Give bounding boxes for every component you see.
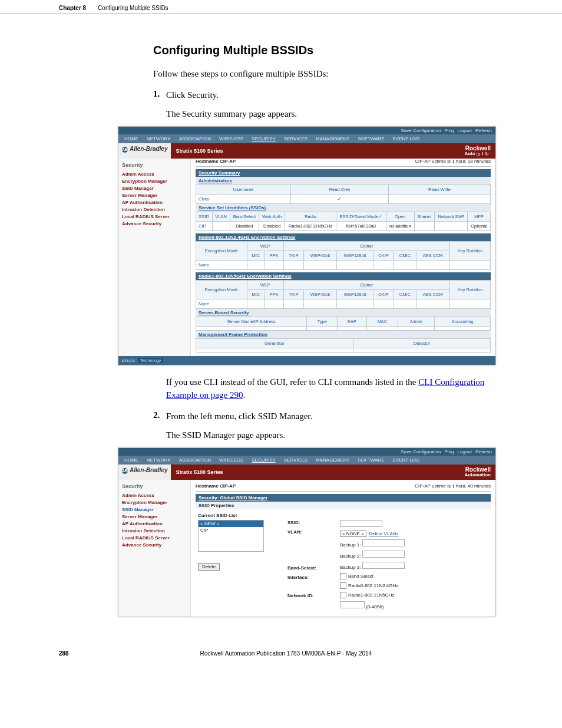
backup1-input[interactable] <box>362 539 405 546</box>
ssids-link[interactable]: Service Set Identifiers (SSIDs) <box>196 204 491 212</box>
ssid-col-7: Shared <box>414 212 435 222</box>
ss1-topbar: Save Configuration Ping Logout Refresh <box>118 127 495 134</box>
nav-wireless[interactable]: WIRELESS <box>219 136 243 141</box>
backup1-label: Backup 1: <box>340 542 361 548</box>
ping-link[interactable]: Ping <box>445 449 454 454</box>
administrators-link[interactable]: Administrators <box>196 177 491 185</box>
security-summary-bar: Security Summary <box>196 169 491 177</box>
nav-management[interactable]: MANAGEMENT <box>316 457 349 463</box>
nav-wireless[interactable]: WIRELESS <box>219 457 243 463</box>
left-admin-access[interactable]: Admin Access <box>122 172 187 177</box>
vlan-field-label: VLAN: <box>287 529 302 535</box>
left-encryption-manager[interactable]: Encryption Manager <box>122 179 187 184</box>
ss1-right-pane: lp↻ Hostname CIP-AP CIP-AP uptime is 1 h… <box>191 159 495 356</box>
radio1-checkbox[interactable] <box>340 592 346 598</box>
radio1-label: Radio1-802.11N5GHz <box>348 592 395 598</box>
ss1-navbar: HOME NETWORK ASSOCIATION WIRELESS SECURI… <box>118 134 495 143</box>
step-2-number: 2. <box>153 410 166 423</box>
refresh-icon[interactable]: ↻ <box>483 151 491 157</box>
series-title: Stratix 5100 Series <box>176 469 223 475</box>
nav-software[interactable]: SOFTWARE <box>358 136 384 141</box>
left-server-manager[interactable]: Server Manager <box>122 514 187 519</box>
nav-services[interactable]: SERVICES <box>284 457 308 463</box>
step-1-number: 1. <box>153 89 166 102</box>
vlan-select[interactable]: < NONE > <box>340 531 366 537</box>
left-local-radius[interactable]: Local RADIUS Server <box>122 214 187 219</box>
mfp-link[interactable]: Management Frame Protection <box>196 331 491 338</box>
nav-eventlog[interactable]: EVENT LOG <box>392 136 419 141</box>
left-ssid-manager[interactable]: SSID Manager <box>122 186 187 191</box>
radio0-checkbox[interactable] <box>340 582 346 589</box>
left-advance-security[interactable]: Advance Security <box>122 542 187 548</box>
left-local-radius[interactable]: Local RADIUS Server <box>122 535 187 541</box>
nav-home[interactable]: HOME <box>124 136 138 141</box>
networkid-input[interactable] <box>340 601 365 608</box>
refresh-link[interactable]: Refresh <box>475 128 492 133</box>
nav-association[interactable]: ASSOCIATION <box>179 457 211 463</box>
backup2-label: Backup 2: <box>340 554 361 559</box>
admin-readonly-check: ✓ <box>291 195 389 204</box>
page-header: Chapter 8 Configuring Multiple SSIDs <box>0 0 562 14</box>
nav-home[interactable]: HOME <box>124 457 138 463</box>
backup2-input[interactable] <box>362 551 405 558</box>
backup3-input[interactable] <box>362 562 405 569</box>
rockwell-logo: RockwellAutomation <box>465 467 491 477</box>
nav-network[interactable]: NETWORK <box>147 457 171 463</box>
nav-association[interactable]: ASSOCIATION <box>179 136 211 141</box>
bandselect-checkbox[interactable] <box>340 573 346 579</box>
left-server-manager[interactable]: Server Manager <box>122 193 187 198</box>
delete-button[interactable]: Delete <box>198 563 220 571</box>
allen-bradley-logo: ABAllen-Bradley <box>118 143 171 159</box>
logout-link[interactable]: Logout <box>458 449 472 454</box>
nav-services[interactable]: SERVICES <box>284 136 308 141</box>
nav-software[interactable]: SOFTWARE <box>358 457 384 463</box>
ssid-col-9: MFP <box>468 212 491 222</box>
ping-link[interactable]: Ping <box>445 128 454 133</box>
left-category: Security <box>122 483 187 489</box>
col-readonly: Read-Only <box>291 185 389 195</box>
left-advance-security[interactable]: Advance Security <box>122 221 187 226</box>
cisco-footer: cisco Technology <box>118 356 495 365</box>
nav-eventlog[interactable]: EVENT LOG <box>392 457 419 463</box>
save-config-link[interactable]: Save Configuration <box>401 449 441 454</box>
server-security-link[interactable]: Server-Based Security <box>196 309 491 317</box>
ssid-field-label: SSID: <box>287 520 300 525</box>
radio0-enc-bar[interactable]: Radio0-802.11N2.4GHz Encryption Settings <box>196 233 491 241</box>
radio1-enc-bar[interactable]: Radio1-802.11N5GHz Encryption Settings <box>196 272 491 280</box>
left-ssid-manager[interactable]: SSID Manager <box>122 507 187 512</box>
ss2-right-pane: Hostname CIP-AP CIP-AP uptime is 1 hour,… <box>191 480 495 617</box>
save-config-link[interactable]: Save Configuration <box>401 128 441 133</box>
logout-link[interactable]: Logout <box>458 128 472 133</box>
ssid-col-2: BandSelect <box>230 212 259 222</box>
ssid-input[interactable] <box>340 520 382 527</box>
left-encryption-manager[interactable]: Encryption Manager <box>122 500 187 505</box>
chapter-title: Configuring Multiple SSIDs <box>98 5 168 11</box>
step-2-text: From the left menu, click SSID Manager. <box>166 410 312 423</box>
uptime-1: CIP-AP uptime is 1 hour, 18 minutes <box>415 159 491 164</box>
ssid-listbox[interactable]: < NEW > CIP <box>198 520 264 552</box>
table-row: Cisco ✓ <box>196 195 491 204</box>
ssid-col-8: Network EAP <box>435 212 468 222</box>
define-vlans-link[interactable]: Define VLANs <box>369 531 398 536</box>
left-intrusion-detection[interactable]: Intrusion Detection <box>122 207 187 212</box>
nav-network[interactable]: NETWORK <box>147 136 171 141</box>
cli-note: If you use CLI instead of the GUI, refer… <box>166 376 503 402</box>
chapter-label: Chapter 8 <box>59 5 86 11</box>
server-table: Server Name/IP Address Type EAP MAC Admi… <box>196 317 491 331</box>
left-intrusion-detection[interactable]: Intrusion Detection <box>122 528 187 533</box>
left-ap-authentication[interactable]: AP Authentication <box>122 521 187 526</box>
nav-management[interactable]: MANAGEMENT <box>316 136 349 141</box>
section-heading: Configuring Multiple BSSIDs <box>153 44 503 57</box>
ssid-properties-bar: SSID Properties <box>196 502 491 509</box>
print-icon[interactable]: lp <box>475 151 482 157</box>
ssid-table: SSID VLAN BandSelect Web-Auth Radio BSSI… <box>196 212 491 231</box>
left-admin-access[interactable]: Admin Access <box>122 493 187 498</box>
refresh-link[interactable]: Refresh <box>475 449 492 454</box>
current-ssid-list-label: Current SSID List <box>198 513 488 518</box>
nav-security[interactable]: SECURITY <box>252 457 275 463</box>
ssid-cip-option[interactable]: CIP <box>199 527 263 533</box>
nav-security[interactable]: SECURITY <box>252 136 275 141</box>
left-ap-authentication[interactable]: AP Authentication <box>122 200 187 205</box>
ssid-new-option[interactable]: < NEW > <box>199 521 263 527</box>
hostname-label: Hostname CIP-AP <box>196 483 236 489</box>
